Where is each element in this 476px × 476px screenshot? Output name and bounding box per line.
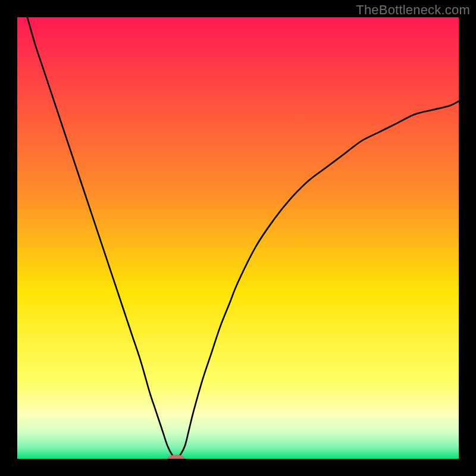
- chart-container: TheBottleneck.com: [0, 0, 476, 476]
- bottleneck-chart: [17, 17, 459, 459]
- plot-area: [17, 17, 459, 459]
- watermark-text: TheBottleneck.com: [356, 2, 470, 18]
- gradient-background: [17, 17, 459, 459]
